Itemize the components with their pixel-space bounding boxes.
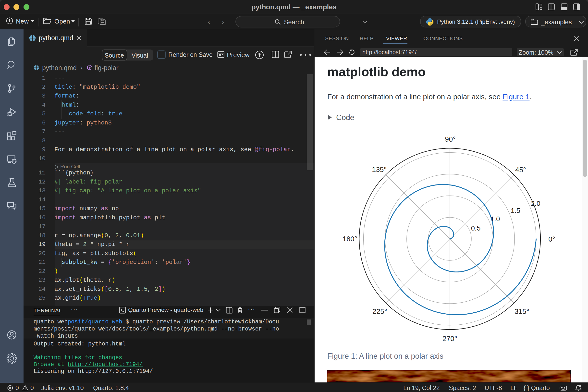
- svg-text:90°: 90°: [445, 135, 456, 143]
- svg-text:225°: 225°: [372, 308, 387, 315]
- svg-text:2.0: 2.0: [531, 200, 540, 207]
- svg-text:45°: 45°: [515, 166, 526, 174]
- svg-text:1.0: 1.0: [490, 215, 500, 223]
- svg-text:180°: 180°: [342, 235, 357, 243]
- svg-text:1.5: 1.5: [511, 207, 520, 214]
- svg-text:315°: 315°: [514, 308, 529, 315]
- svg-text:135°: 135°: [372, 166, 386, 174]
- svg-text:270°: 270°: [442, 335, 457, 342]
- svg-text:0.5: 0.5: [471, 224, 481, 232]
- svg-text:0°: 0°: [548, 235, 555, 243]
